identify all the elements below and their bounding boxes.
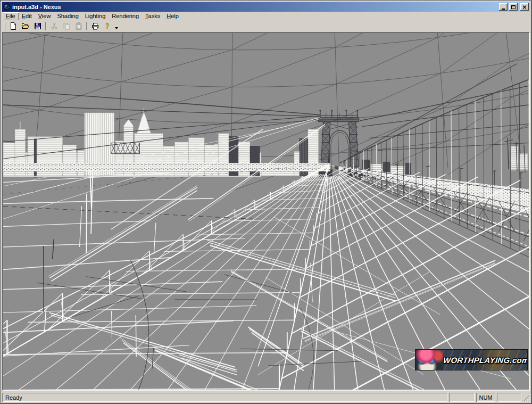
menu-item-tasks[interactable]: Tasks [142,12,163,20]
menu-item-shading[interactable]: Shading [54,12,81,20]
status-num-pane: NUM [476,393,495,402]
toolbar-gripper[interactable] [4,22,5,30]
paste-button [72,21,85,31]
menu-bar: File Edit View Shading Lighting Renderin… [2,12,530,20]
minimize-icon [502,9,505,10]
paste-clipboard-icon [74,22,83,30]
help-question-icon: ? [103,22,112,30]
about-button[interactable]: ? [101,21,113,31]
copy-button [60,21,72,31]
title-bar: input.a3d - Nexus [2,2,530,12]
status-caps-pane [449,393,475,402]
app-icon [3,3,11,11]
wireframe-scene [3,33,529,390]
open-button[interactable] [19,21,31,31]
toolbar-overflow-chevron-icon[interactable] [115,27,118,29]
print-icon [91,22,99,30]
app-window: input.a3d - Nexus File Edit View Shading… [0,0,532,404]
status-bar: Ready NUM [2,391,530,402]
save-button[interactable] [31,21,44,31]
toolbar-separator [86,22,87,30]
toolbar-separator [45,22,46,30]
open-folder-icon [21,22,30,30]
maximize-icon [511,5,516,9]
cut-scissors-icon [50,22,59,30]
menu-item-view[interactable]: View [35,12,54,20]
status-message: Ready [2,393,447,402]
print-button[interactable] [89,21,101,31]
menu-item-help[interactable]: Help [163,12,182,20]
watermark-text: WORTHPLAYING.com [443,356,528,365]
new-document-icon [9,22,18,30]
new-button[interactable] [7,21,19,31]
resize-grip[interactable] [523,393,530,402]
menu-item-rendering[interactable]: Rendering [109,12,142,20]
window-title: input.a3d - Nexus [12,4,497,10]
copy-icon [62,22,71,30]
close-icon [522,5,527,9]
close-button[interactable] [520,3,529,11]
status-scroll-pane [497,393,521,402]
watermark-character-art [415,350,443,370]
cut-button [48,21,60,31]
worthplaying-watermark: WORTHPLAYING.com [415,349,528,370]
minimize-button[interactable] [499,3,508,11]
maximize-button[interactable] [509,3,518,11]
menu-item-lighting[interactable]: Lighting [82,12,109,20]
menu-item-edit[interactable]: Edit [19,12,35,20]
viewport-3d[interactable]: WORTHPLAYING.com [2,32,530,391]
svg-text:?: ? [105,22,109,30]
toolbar: ? [2,20,530,32]
save-floppy-icon [34,22,42,30]
menu-item-file[interactable]: File [3,12,19,20]
